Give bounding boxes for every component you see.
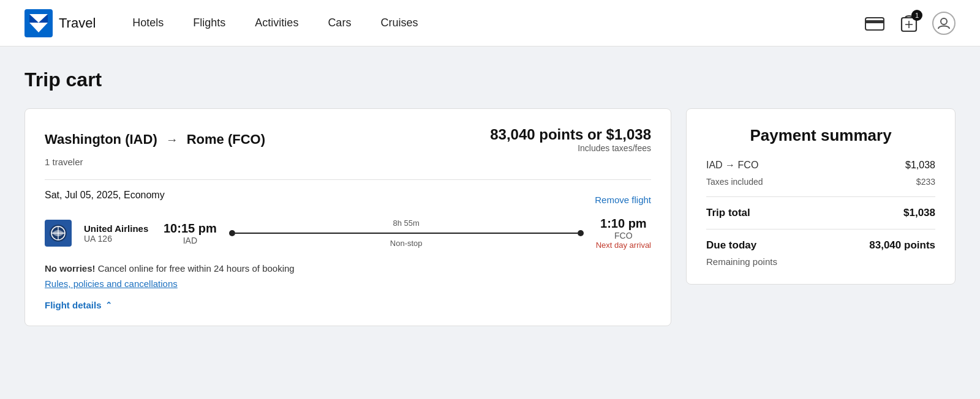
airline-info: United Airlines UA 126: [84, 223, 151, 244]
arrive-airport: FCO: [596, 231, 651, 241]
nav-flights[interactable]: Flights: [193, 17, 225, 29]
payment-route-label: IAD → FCO: [706, 160, 758, 171]
arrive-time-block: 1:10 pm FCO Next day arrival: [596, 217, 651, 250]
trip-total-label: Trip total: [706, 207, 750, 219]
policies-link[interactable]: Rules, policies and cancellations: [45, 278, 651, 289]
flight-card: Washington (IAD) → Rome (FCO) 83,040 poi…: [24, 108, 671, 326]
next-day-label: Next day arrival: [596, 241, 651, 250]
nav-cars[interactable]: Cars: [328, 17, 351, 29]
divider-1: [45, 179, 651, 180]
svg-rect-4: [865, 18, 884, 30]
due-today-value: 83,040 points: [869, 239, 935, 252]
nav-activities[interactable]: Activities: [255, 17, 298, 29]
flight-line: [229, 230, 584, 236]
duration-label: 8h 55m: [393, 218, 420, 228]
cart-icon-button[interactable]: 1: [898, 12, 920, 34]
depart-time: 10:15 pm: [164, 222, 217, 236]
logo-icon: [24, 9, 53, 37]
payment-taxes-price: $233: [916, 177, 935, 187]
payment-divider-1: [706, 196, 935, 197]
origin-label: Washington (IAD): [45, 132, 157, 147]
no-worries-text: No worries! Cancel online for free withi…: [45, 263, 651, 274]
wallet-icon: [865, 15, 884, 32]
nav-cruises[interactable]: Cruises: [380, 17, 418, 29]
flight-details-text: Flight details: [45, 300, 102, 310]
remaining-row: Remaining points: [706, 256, 935, 267]
nonstop-label: Non-stop: [390, 239, 423, 248]
payment-taxes-row: Taxes included $233: [706, 177, 935, 187]
depart-dot: [229, 230, 235, 236]
arrive-dot: [578, 230, 584, 236]
nav-right: 1: [864, 12, 956, 35]
airline-logo: [45, 220, 72, 247]
price-sub: Includes taxes/fees: [490, 143, 651, 153]
destination-label: Rome (FCO): [187, 132, 265, 147]
duration-block: 8h 55m Non-stop: [229, 218, 584, 248]
price-main: 83,040 points or $1,038: [490, 126, 651, 143]
navbar: Travel Hotels Flights Activities Cars Cr…: [0, 0, 980, 47]
flight-details-link[interactable]: Flight details ⌃: [45, 300, 112, 310]
nav-hotels[interactable]: Hotels: [132, 17, 164, 29]
payment-taxes-label: Taxes included: [706, 177, 763, 187]
payment-total-row: Trip total $1,038: [706, 207, 935, 219]
user-avatar[interactable]: [932, 12, 956, 35]
payment-divider-2: [706, 229, 935, 229]
no-worries-body: Cancel online for free within 24 hours o…: [96, 263, 295, 274]
trip-total-price: $1,038: [903, 207, 935, 219]
wallet-icon-button[interactable]: [864, 12, 886, 34]
no-worries-bold: No worries!: [45, 263, 96, 274]
nav-links: Hotels Flights Activities Cars Cruises: [132, 17, 864, 29]
payment-card: Payment summary IAD → FCO $1,038 Taxes i…: [686, 108, 956, 285]
logo-area[interactable]: Travel: [24, 9, 96, 37]
flight-header: Washington (IAD) → Rome (FCO) 83,040 poi…: [45, 126, 651, 153]
date-class: Sat, Jul 05, 2025, Economy: [45, 190, 165, 201]
svg-point-9: [941, 18, 947, 24]
chevron-up-icon: ⌃: [105, 300, 112, 310]
cart-badge: 1: [911, 10, 922, 21]
due-today-row: Due today 83,040 points: [706, 239, 935, 252]
flight-line-bar: [235, 233, 578, 234]
depart-time-block: 10:15 pm IAD: [164, 222, 217, 245]
logo-text: Travel: [59, 15, 96, 31]
main-layout: Washington (IAD) → Rome (FCO) 83,040 poi…: [24, 108, 956, 326]
airline-name: United Airlines: [84, 223, 151, 234]
user-icon: [937, 17, 951, 30]
flight-details-row: United Airlines UA 126 10:15 pm IAD 8h 5…: [45, 217, 651, 250]
route-arrow-icon: →: [166, 133, 178, 147]
page-content: Trip cart Washington (IAD) → Rome (FCO) …: [0, 47, 980, 351]
price-block: 83,040 points or $1,038 Includes taxes/f…: [490, 126, 651, 153]
route-title: Washington (IAD) → Rome (FCO): [45, 132, 265, 147]
remaining-label: Remaining points: [706, 256, 777, 267]
svg-rect-5: [865, 20, 884, 23]
page-title: Trip cart: [24, 69, 956, 91]
due-today-label: Due today: [706, 239, 756, 252]
payment-route-row: IAD → FCO $1,038: [706, 160, 935, 171]
payment-title: Payment summary: [706, 126, 935, 145]
depart-airport: IAD: [164, 236, 217, 245]
traveler-count: 1 traveler: [45, 157, 651, 167]
payment-route-price: $1,038: [905, 160, 935, 171]
remove-flight-button[interactable]: Remove flight: [595, 195, 651, 205]
flight-number: UA 126: [84, 234, 151, 244]
united-airlines-logo: [48, 223, 68, 243]
arrive-time: 1:10 pm: [596, 217, 651, 231]
